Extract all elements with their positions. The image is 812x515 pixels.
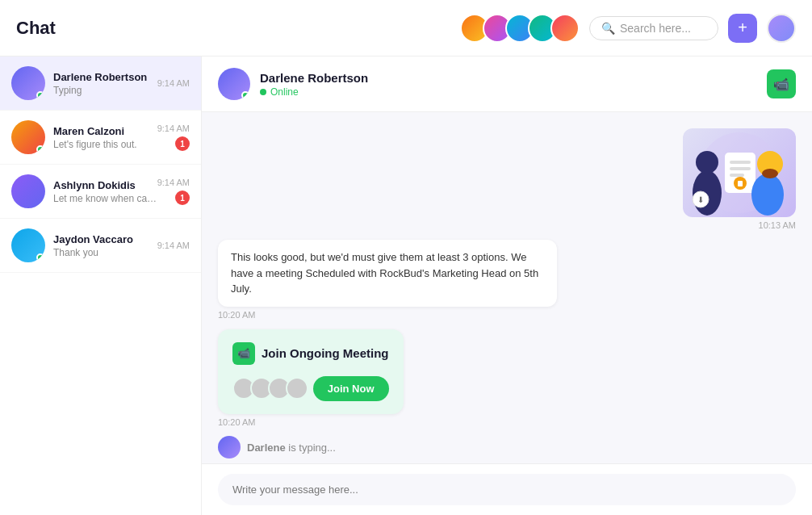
message-bubble: This looks good, but we'd must give them… <box>218 240 557 307</box>
svg-rect-5 <box>730 167 751 170</box>
app-header: Chat 🔍 Search here... + <box>0 0 812 57</box>
avatar-group <box>460 14 580 43</box>
chat-input-area <box>202 463 812 515</box>
meeting-title-row: 📹 Join Ongoing Meeting <box>232 342 389 365</box>
contact-item-maren[interactable]: Maren Calzoni Let's figure this out. 9:1… <box>0 111 201 165</box>
contact-preview: Let me know when can... <box>53 193 157 204</box>
online-indicator <box>36 145 44 153</box>
svg-rect-8 <box>738 181 743 186</box>
chat-header-left: Darlene Robertson Online <box>218 68 368 100</box>
svg-text:⬇: ⬇ <box>697 195 704 204</box>
contact-meta: 9:14 AM 1 <box>157 178 190 205</box>
video-icon: 📹 <box>773 77 789 92</box>
unread-badge: 1 <box>175 136 190 151</box>
main-layout: Darlene Robertson Typing 9:14 AM Maren C… <box>0 57 812 515</box>
shared-image: ⬇ <box>683 128 796 217</box>
contact-time: 9:14 AM <box>157 241 190 250</box>
contact-info-maren: Maren Calzoni Let's figure this out. <box>53 125 157 150</box>
messages-list: ⬇ 10:13 AM This looks good, but we'd mus… <box>202 112 812 436</box>
typing-avatar <box>218 436 241 458</box>
online-indicator <box>241 91 249 99</box>
typing-name: Darlene <box>247 442 286 454</box>
sidebar: Darlene Robertson Typing 9:14 AM Maren C… <box>0 57 202 515</box>
message-input[interactable] <box>218 474 796 505</box>
typing-suffix: is typing... <box>286 442 336 454</box>
meeting-card: 📹 Join Ongoing Meeting Join Now <box>218 329 404 414</box>
contact-avatar-jaydon <box>11 228 45 262</box>
contact-meta: 9:14 AM <box>157 241 190 250</box>
search-placeholder: Search here... <box>620 22 691 35</box>
svg-point-11 <box>762 169 778 178</box>
illustration: ⬇ <box>683 128 796 217</box>
meeting-time: 10:20 AM <box>218 417 255 427</box>
meeting-card-wrapper: 📹 Join Ongoing Meeting Join Now <box>218 329 796 427</box>
contact-time: 9:14 AM <box>157 178 190 187</box>
meeting-video-icon: 📹 <box>232 342 255 365</box>
contact-item-ashlynn[interactable]: Ashlynn Dokidis Let me know when can... … <box>0 165 201 219</box>
chat-contact-name: Darlene Robertson <box>260 71 368 85</box>
message-image-right: ⬇ 10:13 AM <box>218 128 796 230</box>
contact-meta: 9:14 AM <box>157 78 190 88</box>
status-text: Online <box>270 86 299 98</box>
contact-name: Darlene Robertson <box>53 71 157 83</box>
contact-meta: 9:14 AM 1 <box>157 124 190 151</box>
contact-avatar-ashlynn <box>11 174 45 208</box>
contact-preview: Thank you <box>53 247 157 258</box>
header-right: 🔍 Search here... + <box>460 14 796 43</box>
typing-text: Darlene is typing... <box>247 442 336 454</box>
message-text: This looks good, but we'd must give them… <box>231 251 538 295</box>
typing-indicator: Darlene is typing... <box>202 436 812 463</box>
svg-rect-4 <box>730 161 751 164</box>
contact-time: 9:14 AM <box>157 78 190 88</box>
svg-point-2 <box>696 151 718 174</box>
video-camera-icon: 📹 <box>237 347 250 359</box>
message-time: 10:20 AM <box>218 310 255 320</box>
contact-preview: Typing <box>53 85 157 96</box>
chat-contact-info: Darlene Robertson Online <box>260 71 368 98</box>
contact-info-darlene: Darlene Robertson Typing <box>53 71 157 96</box>
contact-item-darlene[interactable]: Darlene Robertson Typing 9:14 AM <box>0 57 201 111</box>
contact-item-jaydon[interactable]: Jaydon Vaccaro Thank you 9:14 AM <box>0 219 201 273</box>
meeting-footer: Join Now <box>232 376 389 401</box>
contact-name: Maren Calzoni <box>53 125 157 137</box>
unread-badge: 1 <box>175 191 190 205</box>
chat-contact-avatar <box>218 68 250 100</box>
search-box[interactable]: 🔍 Search here... <box>589 16 718 40</box>
video-call-button[interactable]: 📹 <box>767 69 796 98</box>
contact-avatar-maren <box>11 120 45 154</box>
add-button[interactable]: + <box>728 14 757 43</box>
chat-header: Darlene Robertson Online 📹 <box>202 57 812 112</box>
message-time: 10:13 AM <box>759 220 796 230</box>
search-icon: 🔍 <box>601 22 615 35</box>
meeting-title: Join Ongoing Meeting <box>262 346 389 360</box>
contact-info-ashlynn: Ashlynn Dokidis Let me know when can... <box>53 179 157 204</box>
app-title: Chat <box>16 18 56 39</box>
contact-avatar-darlene <box>11 66 45 100</box>
online-indicator <box>36 91 44 99</box>
svg-rect-6 <box>730 174 744 177</box>
chat-status: Online <box>260 86 368 98</box>
message-text-left: This looks good, but we'd must give them… <box>218 240 796 320</box>
chat-area: Darlene Robertson Online 📹 <box>202 57 812 515</box>
contact-info-jaydon: Jaydon Vaccaro Thank you <box>53 233 157 258</box>
user-avatar[interactable] <box>767 14 796 43</box>
meeting-avatars <box>232 377 308 400</box>
illustration-svg: ⬇ <box>683 128 796 217</box>
svg-point-9 <box>751 174 784 216</box>
join-now-button[interactable]: Join Now <box>313 376 389 401</box>
status-dot <box>260 89 266 95</box>
group-avatar-5 <box>550 14 580 43</box>
contact-name: Jaydon Vaccaro <box>53 233 157 245</box>
contact-preview: Let's figure this out. <box>53 139 157 150</box>
contact-name: Ashlynn Dokidis <box>53 179 157 191</box>
online-indicator <box>36 253 44 262</box>
contact-time: 9:14 AM <box>157 124 190 133</box>
meeting-avatar-4 <box>286 377 308 400</box>
